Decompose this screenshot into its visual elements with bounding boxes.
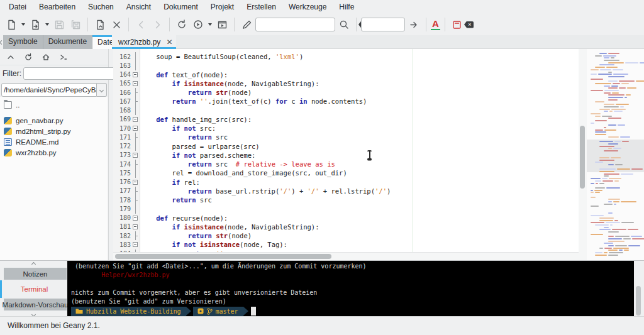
menu-ansicht[interactable]: Ansicht bbox=[120, 1, 157, 13]
file-item[interactable]: .. bbox=[0, 99, 108, 111]
fold-margin[interactable] bbox=[131, 178, 140, 187]
fold-margin[interactable] bbox=[131, 70, 140, 79]
code-line: 176 if rel: bbox=[113, 178, 579, 187]
sidebar-tab-symbole[interactable]: Symbole bbox=[3, 35, 43, 49]
fold-margin[interactable] bbox=[131, 79, 140, 88]
home-icon[interactable] bbox=[40, 52, 52, 63]
sidebar-tab-dokumente[interactable]: Dokumente bbox=[43, 35, 92, 49]
fold-margin[interactable] bbox=[131, 124, 140, 133]
execute-icon[interactable] bbox=[191, 17, 206, 32]
fold-collapse-icon[interactable] bbox=[133, 126, 138, 131]
code-editor[interactable]: 162 soup = BeautifulSoup(cleaned, 'lxml'… bbox=[113, 49, 579, 260]
code-text: return src # relative -> leave as is bbox=[140, 160, 335, 168]
fold-margin[interactable] bbox=[131, 97, 140, 106]
code-text: rel = download_and_store_image(src, out_… bbox=[140, 169, 347, 177]
clear-goto-icon[interactable] bbox=[464, 21, 474, 28]
goto-line-input[interactable] bbox=[362, 18, 464, 31]
fold-margin[interactable] bbox=[131, 187, 140, 195]
menu-suchen[interactable]: Suchen bbox=[82, 1, 120, 13]
terminal-line: Helper/wxr2hzbb.py bbox=[71, 272, 634, 280]
code-line: 164 def text_of(node): bbox=[113, 70, 579, 79]
fold-margin[interactable] bbox=[131, 142, 140, 151]
bottom-tab-markdown-vorschau[interactable]: Markdown-Vorschau bbox=[4, 299, 67, 310]
fold-margin[interactable] bbox=[131, 160, 140, 168]
line-number: 171 bbox=[113, 134, 131, 141]
fold-margin[interactable] bbox=[131, 133, 140, 141]
fold-margin[interactable] bbox=[131, 231, 140, 240]
terminal-scrollbar[interactable] bbox=[635, 261, 641, 316]
menu-erstellen[interactable]: Erstellen bbox=[240, 1, 282, 13]
fold-margin[interactable] bbox=[131, 195, 140, 204]
fold-collapse-icon[interactable] bbox=[133, 153, 138, 158]
search-entry[interactable] bbox=[255, 18, 335, 31]
fold-margin[interactable] bbox=[131, 52, 140, 61]
code-line: 168 bbox=[113, 106, 579, 115]
bottom-tab-notizen[interactable]: Notizen bbox=[4, 268, 67, 280]
run-icon[interactable] bbox=[214, 17, 230, 32]
fold-collapse-icon[interactable] bbox=[133, 72, 138, 77]
fold-collapse-icon[interactable] bbox=[133, 216, 138, 221]
menu-dokument[interactable]: Dokument bbox=[157, 1, 204, 13]
file-item[interactable]: README.md bbox=[0, 136, 108, 147]
pencil-icon[interactable] bbox=[239, 17, 254, 32]
editor-hscrollbar[interactable] bbox=[113, 252, 579, 260]
fold-collapse-icon[interactable] bbox=[133, 224, 138, 229]
fold-margin[interactable] bbox=[131, 168, 140, 177]
open-file-icon[interactable] bbox=[28, 17, 43, 32]
line-number: 178 bbox=[113, 197, 131, 204]
bottom-tab-terminal[interactable]: Terminal bbox=[0, 280, 67, 298]
fold-margin[interactable] bbox=[131, 61, 140, 70]
bottom-tabs-up-icon[interactable] bbox=[0, 261, 67, 267]
save-icon[interactable] bbox=[52, 17, 67, 32]
tab-close-icon[interactable]: ✕ bbox=[166, 38, 172, 46]
save-all-icon[interactable] bbox=[68, 17, 83, 32]
open-terminal-icon[interactable] bbox=[58, 52, 69, 63]
menu-bearbeiten[interactable]: Bearbeiten bbox=[33, 1, 82, 13]
fold-margin[interactable] bbox=[131, 240, 140, 249]
forward-icon[interactable] bbox=[150, 17, 165, 32]
search-input[interactable] bbox=[256, 18, 358, 31]
path-combo[interactable]: /home/daniel/Sync/PepeCyB/F bbox=[1, 83, 97, 97]
fold-margin[interactable] bbox=[131, 214, 140, 222]
fold-collapse-icon[interactable] bbox=[133, 117, 138, 122]
fold-margin[interactable] bbox=[131, 115, 140, 124]
refresh-icon[interactable] bbox=[23, 52, 34, 63]
fold-margin[interactable] bbox=[131, 151, 140, 160]
file-item[interactable]: wxr2hzbb.py bbox=[0, 147, 108, 158]
editor-tab-wxr2hzbb[interactable]: wxr2hzbb.py ✕ bbox=[112, 35, 176, 49]
code-text: soup = BeautifulSoup(cleaned, 'lxml') bbox=[140, 53, 303, 60]
path-dropdown-icon[interactable] bbox=[97, 83, 107, 97]
menu-werkzeuge[interactable]: Werkzeuge bbox=[282, 1, 333, 13]
file-item[interactable]: md2html_strip.py bbox=[0, 126, 108, 136]
new-file-dropdown-icon[interactable] bbox=[20, 17, 26, 32]
fold-margin[interactable] bbox=[131, 88, 140, 97]
new-file-icon[interactable] bbox=[4, 17, 19, 32]
fold-collapse-icon[interactable] bbox=[133, 81, 138, 86]
fold-collapse-icon[interactable] bbox=[133, 242, 138, 247]
menu-projekt[interactable]: Projekt bbox=[204, 1, 240, 13]
line-number: 181 bbox=[113, 223, 131, 230]
code-text: def text_of(node): bbox=[140, 71, 228, 79]
execute-dropdown-icon[interactable] bbox=[207, 17, 213, 32]
back-icon[interactable] bbox=[133, 17, 148, 32]
fold-margin[interactable] bbox=[131, 222, 140, 231]
code-line: 177 return base_url.rstrip('/') + '/' + … bbox=[113, 187, 579, 195]
close-document-icon[interactable] bbox=[109, 17, 124, 32]
goto-line-entry[interactable] bbox=[361, 18, 405, 31]
compile-icon[interactable] bbox=[174, 17, 189, 32]
menu-datei[interactable]: Datei bbox=[3, 1, 33, 13]
fold-margin[interactable] bbox=[131, 106, 140, 115]
terminal[interactable]: (benutzen Sie "git add <Datei>...", um d… bbox=[67, 261, 634, 316]
file-item[interactable]: gen_navbar.py bbox=[0, 115, 108, 126]
menu-hilfe[interactable]: Hilfe bbox=[333, 1, 360, 13]
filter-input[interactable] bbox=[24, 68, 126, 79]
code-text: def recurse(node): bbox=[140, 214, 228, 222]
editor-vscrollbar[interactable] bbox=[579, 49, 587, 260]
revert-icon[interactable] bbox=[92, 17, 108, 32]
minimap[interactable] bbox=[587, 49, 644, 260]
parent-dir-icon[interactable] bbox=[5, 52, 16, 63]
git-icon bbox=[197, 308, 204, 314]
fold-margin[interactable] bbox=[131, 204, 140, 213]
fold-collapse-icon[interactable] bbox=[133, 180, 138, 185]
open-file-dropdown-icon[interactable] bbox=[44, 17, 50, 32]
